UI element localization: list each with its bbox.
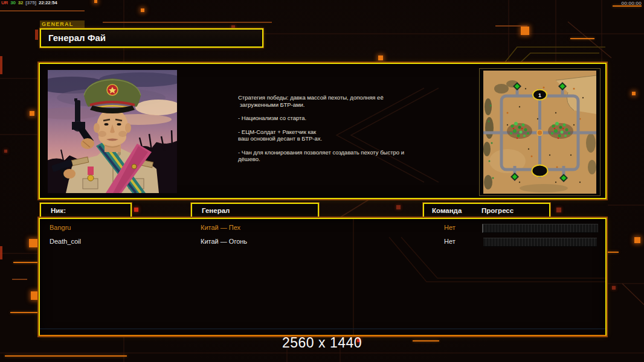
deco-line xyxy=(495,25,527,27)
debug-token: UR xyxy=(1,0,8,5)
header-team-progress: Команда Прогресс xyxy=(423,203,550,218)
deco-line xyxy=(10,312,38,313)
strategy-text: Стратегия победы: давка массой пехоты, д… xyxy=(238,94,437,163)
header-general: Генерал xyxy=(191,203,319,218)
strategy-line: загруженными БТР-ами. xyxy=(238,101,437,109)
deco-line xyxy=(0,56,2,74)
deco-square xyxy=(134,208,138,212)
resolution-watermark: 2560 x 1440 xyxy=(0,335,644,351)
deco-square xyxy=(30,111,34,116)
general-name: Генерал Фай xyxy=(41,30,262,46)
player-name: Bangru xyxy=(50,221,71,233)
deco-square xyxy=(632,92,636,95)
player-general: Китай — Пех xyxy=(201,221,240,233)
progress-bar xyxy=(482,224,598,233)
player-team: Нет xyxy=(444,235,456,247)
deco-square xyxy=(612,286,616,290)
general-portrait-image xyxy=(48,70,177,193)
general-name-box: Генерал Фай xyxy=(40,28,263,48)
debug-token: 22:22:54 xyxy=(39,0,57,5)
deco-line xyxy=(570,38,594,39)
strategy-line: - ЕЦМ-Солдат + Ракетчик как xyxy=(238,129,437,136)
minimap: 1 xyxy=(483,71,596,194)
deco-line xyxy=(0,246,2,259)
progress-bar xyxy=(483,238,597,247)
player-name: Death_coil xyxy=(50,235,81,247)
deco-line xyxy=(103,22,272,23)
player-list-panel: Bangru Китай — Пех Нет Death_coil Китай … xyxy=(39,218,607,336)
svg-text:1: 1 xyxy=(538,92,541,98)
strategy-line: Стратегия победы: давка массой пехоты, д… xyxy=(238,94,437,101)
player-team: Нет xyxy=(444,221,456,233)
player-general: Китай — Огонь xyxy=(201,235,247,247)
debug-token: [375] xyxy=(25,0,36,5)
deco-line xyxy=(35,30,38,40)
player-row: Bangru Китай — Пех Нет xyxy=(40,221,605,233)
debug-token: 32 xyxy=(18,0,24,5)
strategy-line: дёшево. xyxy=(238,156,437,163)
minimap-start-marker-2 xyxy=(532,165,548,177)
general-portrait xyxy=(48,70,177,193)
deco-square xyxy=(31,291,39,300)
deco-line xyxy=(0,10,85,11)
strategy-line: ваш основной десант в БТР-ах. xyxy=(238,135,437,142)
header-progress-label: Прогресс xyxy=(481,204,514,217)
deco-square xyxy=(396,205,401,209)
deco-line xyxy=(12,279,27,280)
deco-line xyxy=(13,262,40,263)
deco-line xyxy=(5,355,127,357)
deco-square xyxy=(4,150,7,153)
debug-token: 30 xyxy=(10,0,16,5)
deco-square xyxy=(634,237,640,243)
deco-square xyxy=(141,8,144,12)
deco-square xyxy=(29,239,37,247)
header-nick: Ник: xyxy=(40,203,132,218)
strategy-line: - Национализм со старта. xyxy=(238,115,437,122)
deco-square xyxy=(521,27,529,35)
deco-square xyxy=(378,56,383,60)
general-info-panel: Стратегия победы: давка массой пехоты, д… xyxy=(39,63,607,199)
debug-overlay: UR 30 32 [375] 22:22:54 xyxy=(1,0,58,5)
loading-screen: UR 30 32 [375] 22:22:54 00:00:00 GENERAL… xyxy=(0,0,644,362)
header-nick-label: Ник: xyxy=(51,204,66,217)
player-row: Death_coil Китай — Огонь Нет xyxy=(40,235,605,247)
minimap-start-marker-1: 1 xyxy=(533,90,547,100)
deco-square xyxy=(556,208,561,212)
match-clock: 00:00:00 xyxy=(621,1,642,6)
general-tab: GENERAL xyxy=(40,21,85,28)
deco-square xyxy=(94,0,97,3)
strategy-line: - Чан для клонирования позволяет создава… xyxy=(238,149,437,156)
minimap-frame: 1 xyxy=(479,68,601,196)
header-team-label: Команда xyxy=(432,204,462,217)
header-general-label: Генерал xyxy=(202,204,230,217)
